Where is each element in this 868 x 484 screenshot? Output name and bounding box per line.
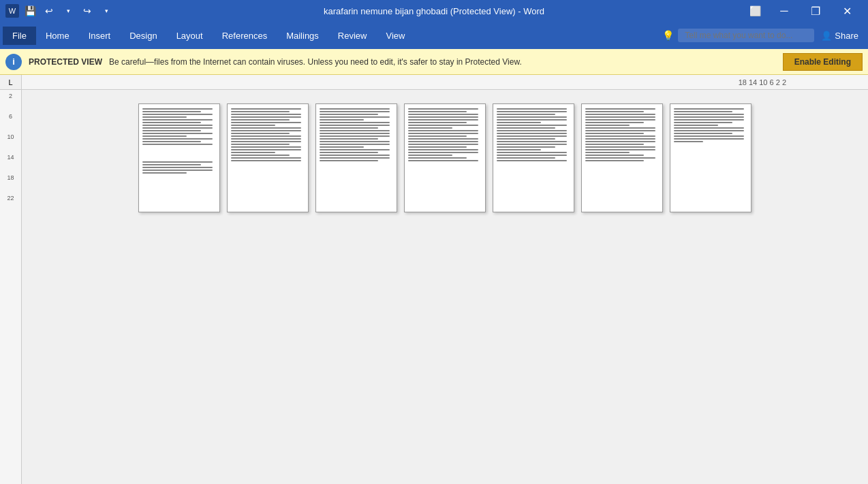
pages-row (138, 103, 751, 212)
page-thumbnail-3[interactable] (315, 103, 397, 212)
restore-button[interactable]: ❐ (800, 0, 831, 22)
close-button[interactable]: ✕ (831, 0, 863, 22)
title-bar-right: ⬜ ─ ❐ ✕ (747, 0, 863, 22)
vertical-ruler: 2 6 10 14 18 22 (0, 90, 22, 484)
share-icon: 👤 (821, 31, 832, 41)
menu-view[interactable]: View (376, 27, 414, 45)
menu-search-area: 💡 (662, 29, 814, 42)
page-thumbnail-6[interactable] (581, 103, 663, 212)
save-icon[interactable]: 💾 (22, 3, 38, 19)
menu-layout[interactable]: Layout (167, 27, 213, 45)
undo-button[interactable]: ↩ (41, 3, 57, 19)
page-thumbnail-4[interactable] (404, 103, 486, 212)
minimize-button[interactable]: ─ (769, 0, 800, 22)
ruler-numbers: 18 14 10 6 2 2 (739, 78, 786, 86)
horizontal-ruler: 18 14 10 6 2 2 (22, 75, 868, 90)
page-thumbnail-7[interactable] (670, 103, 751, 212)
lightbulb-icon: 💡 (662, 30, 674, 41)
menu-review[interactable]: Review (328, 27, 377, 45)
title-bar-left: W 💾 ↩ ▾ ↪ ▾ (5, 3, 114, 19)
document-content (22, 90, 868, 484)
ribbon-display-icon[interactable]: ⬜ (747, 3, 763, 19)
word-icon: W (5, 4, 19, 18)
document-title: karafarin nemune bijan ghobadi (Protecte… (324, 6, 544, 16)
page-thumbnail-5[interactable] (493, 103, 574, 212)
ruler-num-18: 18 (7, 174, 14, 181)
page-content-7 (670, 104, 751, 212)
ruler-num-6: 6 (9, 113, 12, 120)
menu-bar: File Home Insert Design Layout Reference… (0, 22, 868, 49)
menu-mailings[interactable]: Mailings (277, 27, 328, 45)
ruler-num-10: 10 (7, 133, 14, 140)
protected-view-label: PROTECTED VIEW (29, 57, 102, 67)
menu-design[interactable]: Design (120, 27, 166, 45)
ruler-num-14: 14 (7, 154, 14, 161)
page-content-1 (139, 104, 219, 212)
enable-editing-button[interactable]: Enable Editing (783, 53, 863, 71)
menu-home[interactable]: Home (36, 27, 79, 45)
ruler-row: L 18 14 10 6 2 2 (0, 75, 868, 90)
page-thumbnail-2[interactable] (227, 103, 309, 212)
title-bar: W 💾 ↩ ▾ ↪ ▾ karafarin nemune bijan ghoba… (0, 0, 868, 22)
share-label: Share (835, 31, 858, 41)
page-thumbnail-1[interactable] (138, 103, 220, 212)
page-content-3 (316, 104, 397, 212)
document-area: 2 6 10 14 18 22 (0, 90, 868, 484)
window-controls: ─ ❐ ✕ (769, 0, 863, 22)
ruler-corner: L (0, 75, 22, 90)
info-icon: i (5, 54, 22, 70)
ruler-num-22: 22 (7, 195, 14, 201)
protected-view-banner: i PROTECTED VIEW Be careful—files from t… (0, 49, 868, 75)
undo-dropdown[interactable]: ▾ (60, 3, 76, 19)
page-content-2 (228, 104, 308, 212)
menu-references[interactable]: References (213, 27, 277, 45)
page-content-6 (582, 104, 662, 212)
quick-access-dropdown[interactable]: ▾ (98, 3, 114, 19)
search-input[interactable] (678, 29, 814, 42)
ruler-num-2: 2 (9, 93, 12, 99)
share-button[interactable]: 👤 Share (814, 28, 865, 44)
menu-file[interactable]: File (3, 27, 36, 45)
protected-view-message: Be careful—files from the Internet can c… (109, 57, 776, 67)
menu-insert[interactable]: Insert (79, 27, 121, 45)
page-content-4 (405, 104, 485, 212)
page-content-5 (493, 104, 574, 212)
redo-button[interactable]: ↪ (79, 3, 95, 19)
